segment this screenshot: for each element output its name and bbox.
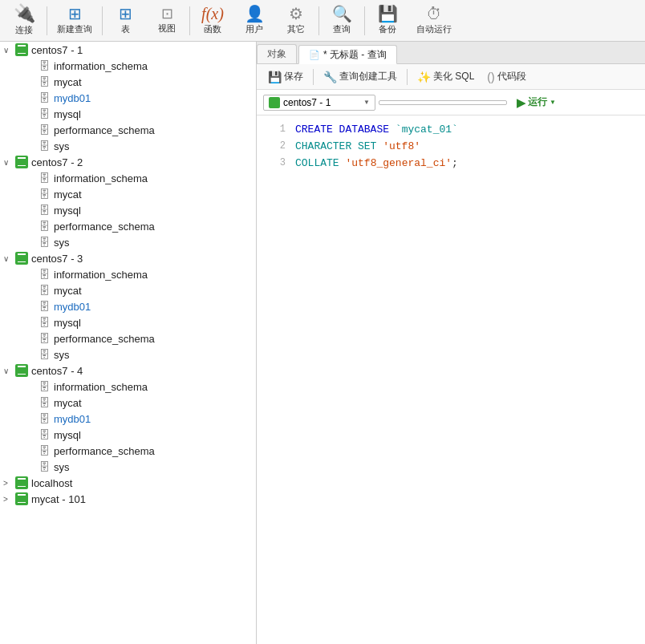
arrow-icon: ∨ <box>3 367 14 375</box>
code-token: `mycat_01` <box>396 124 458 136</box>
db-icon: 🗄 <box>37 236 51 249</box>
user-icon: 👤 <box>245 6 265 22</box>
sidebar-db-performance_schema[interactable]: 🗄performance_schema <box>0 443 256 459</box>
arrow-icon: ∨ <box>3 254 14 263</box>
sidebar-db-mycat[interactable]: 🗄mycat <box>0 282 256 298</box>
db-label: sys <box>54 237 70 249</box>
run-button[interactable]: ▶ 运行 ▼ <box>510 94 562 111</box>
code-token: ; <box>452 157 458 169</box>
sidebar-server-localhost[interactable]: >localhost <box>0 475 256 491</box>
code-editor[interactable]: 1CREATE DATABASE `mycat_01`2CHARACTER SE… <box>257 115 645 644</box>
sidebar-db-sys[interactable]: 🗄sys <box>0 346 256 363</box>
toolbar-view[interactable]: ⊡ 视图 <box>146 2 188 40</box>
sidebar-db-information_schema[interactable]: 🗄information_schema <box>0 170 256 186</box>
sidebar-db-mysql[interactable]: 🗄mysql <box>0 427 256 443</box>
db-icon: 🗄 <box>37 220 51 233</box>
sidebar-server-mycat-101[interactable]: >mycat - 101 <box>0 491 256 507</box>
db-label: mysql <box>54 317 81 329</box>
qt-sep-1 <box>313 69 314 85</box>
sidebar-db-mydb01[interactable]: 🗄mydb01 <box>0 298 256 314</box>
toolbar-func[interactable]: f(x) 函数 <box>192 2 233 40</box>
query-icon: 🔍 <box>332 6 352 22</box>
toolbar-backup[interactable]: 💾 备份 <box>367 2 408 40</box>
server-select-label: centos7 - 1 <box>283 97 331 108</box>
line-number: 3 <box>263 156 286 171</box>
db-icon: 🗄 <box>37 140 51 152</box>
db-icon: 🗄 <box>37 460 51 473</box>
db-icon: 🗄 <box>37 91 51 104</box>
sidebar-db-mydb01[interactable]: 🗄mydb01 <box>0 411 256 427</box>
sidebar-server-centos7-2[interactable]: ∨centos7 - 2 <box>0 154 256 170</box>
snippet-button[interactable]: () 代码段 <box>482 68 530 85</box>
toolbar-other[interactable]: ⚙ 其它 <box>275 2 317 40</box>
server-select[interactable]: centos7 - 1 ▼ <box>263 95 375 111</box>
sidebar-db-performance_schema[interactable]: 🗄performance_schema <box>0 330 256 346</box>
db-icon: 🗄 <box>37 348 51 361</box>
db-label: sys <box>54 349 70 361</box>
sidebar-db-mysql[interactable]: 🗄mysql <box>0 106 256 122</box>
toolbar-new-query[interactable]: ⊞ 新建查询 <box>49 2 100 40</box>
db-icon: 🗄 <box>37 124 51 136</box>
sidebar-db-performance_schema[interactable]: 🗄performance_schema <box>0 218 256 234</box>
connect-label: 连接 <box>15 24 33 36</box>
sidebar-server-centos7-3[interactable]: ∨centos7 - 3 <box>0 250 256 266</box>
sidebar-db-mycat[interactable]: 🗄mycat <box>0 74 256 90</box>
save-icon: 💾 <box>268 71 282 83</box>
save-button[interactable]: 💾 保存 <box>263 68 308 85</box>
build-button[interactable]: 🔧 查询创建工具 <box>318 68 402 85</box>
sidebar-db-performance_schema[interactable]: 🗄performance_schema <box>0 122 256 138</box>
db-label: mydb01 <box>54 92 91 104</box>
db-icon: 🗄 <box>37 412 51 425</box>
view-icon: ⊡ <box>161 6 173 21</box>
db-icon: 🗄 <box>37 284 51 297</box>
db-label: mycat <box>54 285 82 297</box>
db-select[interactable] <box>379 100 507 105</box>
main-toolbar: 🔌 连接 ⊞ 新建查询 ⊞ 表 ⊡ 视图 f(x) 函数 👤 用户 ⚙ 其它 🔍… <box>0 0 645 42</box>
tab-bar: 对象 📄 * 无标题 - 查询 <box>257 42 645 64</box>
sidebar-db-mydb01[interactable]: 🗄mydb01 <box>0 90 256 106</box>
toolbar-auto[interactable]: ⏱ 自动运行 <box>408 2 460 40</box>
sidebar-db-mysql[interactable]: 🗄mysql <box>0 202 256 218</box>
run-dropdown-icon: ▼ <box>550 99 556 106</box>
sidebar-db-information_schema[interactable]: 🗄information_schema <box>0 379 256 395</box>
db-icon: 🗄 <box>37 332 51 345</box>
toolbar-user[interactable]: 👤 用户 <box>233 2 275 40</box>
sidebar: ∨centos7 - 1🗄information_schema🗄mycat🗄my… <box>0 42 257 644</box>
tab-object[interactable]: 对象 <box>257 44 297 63</box>
sidebar-server-centos7-4[interactable]: ∨centos7 - 4 <box>0 363 256 379</box>
server-label: centos7 - 4 <box>31 365 83 377</box>
toolbar-sep-3 <box>189 6 190 35</box>
code-content[interactable]: COLLATE 'utf8_general_ci'; <box>295 156 639 172</box>
sidebar-db-sys[interactable]: 🗄sys <box>0 234 256 250</box>
db-label: information_schema <box>54 60 148 72</box>
sidebar-db-mycat[interactable]: 🗄mycat <box>0 186 256 202</box>
db-label: sys <box>54 140 70 152</box>
other-icon: ⚙ <box>289 6 303 22</box>
server-label: centos7 - 1 <box>31 44 83 56</box>
toolbar-connect[interactable]: 🔌 连接 <box>3 2 45 40</box>
tab-query[interactable]: 📄 * 无标题 - 查询 <box>298 45 397 64</box>
code-line: 3COLLATE 'utf8_general_ci'; <box>257 156 645 172</box>
sidebar-db-information_schema[interactable]: 🗄information_schema <box>0 266 256 282</box>
code-content[interactable]: CHARACTER SET 'utf8' <box>295 139 639 156</box>
sidebar-db-sys[interactable]: 🗄sys <box>0 138 256 154</box>
db-icon: 🗄 <box>37 428 51 441</box>
db-label: information_schema <box>54 269 148 281</box>
beautify-button[interactable]: ✨ 美化 SQL <box>412 68 479 85</box>
toolbar-query[interactable]: 🔍 查询 <box>321 2 363 40</box>
sidebar-db-sys[interactable]: 🗄sys <box>0 459 256 475</box>
toolbar-table[interactable]: ⊞ 表 <box>104 2 146 40</box>
sidebar-db-mysql[interactable]: 🗄mysql <box>0 314 256 330</box>
run-label: 运行 <box>528 95 547 109</box>
qt-sep-2 <box>407 69 408 85</box>
sidebar-db-information_schema[interactable]: 🗄information_schema <box>0 58 256 74</box>
db-icon: 🗄 <box>37 59 51 72</box>
db-label: performance_schema <box>54 333 155 345</box>
sidebar-db-mycat[interactable]: 🗄mycat <box>0 395 256 411</box>
code-token: COLLATE <box>295 157 345 169</box>
sidebar-server-centos7-1[interactable]: ∨centos7 - 1 <box>0 42 256 58</box>
new-query-label: 新建查询 <box>57 23 92 35</box>
code-content[interactable]: CREATE DATABASE `mycat_01` <box>295 122 639 139</box>
query-toolbar: 💾 保存 🔧 查询创建工具 ✨ 美化 SQL () 代码段 <box>257 64 645 90</box>
code-line: 1CREATE DATABASE `mycat_01` <box>257 122 645 139</box>
